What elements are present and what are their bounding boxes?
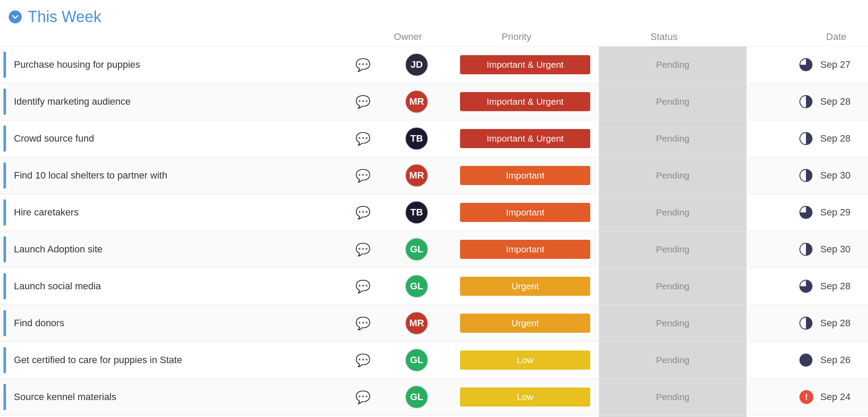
priority-badge[interactable]: Important — [460, 166, 590, 185]
priority-cell: Important & Urgent — [451, 92, 599, 111]
status-text: Pending — [656, 60, 689, 70]
comment-icon[interactable]: 💬 — [355, 279, 371, 294]
avatar: MR — [405, 164, 428, 187]
date-text: Sep 28 — [820, 318, 855, 329]
alert-icon: ! — [799, 390, 813, 404]
task-name: Hire caretakers — [14, 207, 348, 218]
task-name-cell: Crowd source fund 💬 — [0, 120, 382, 157]
avatar: GL — [405, 385, 428, 409]
comment-icon[interactable]: 💬 — [355, 205, 371, 220]
priority-badge[interactable]: Low — [460, 387, 590, 407]
priority-badge[interactable]: Important & Urgent — [460, 92, 590, 111]
date-text: Sep 24 — [820, 391, 855, 403]
task-left-accent — [3, 236, 6, 262]
status-cell: Pending — [599, 83, 746, 120]
status-cell: Pending — [599, 379, 746, 415]
owner-cell: GL — [382, 348, 451, 372]
date-text: Sep 29 — [820, 207, 855, 218]
status-cell: Pending — [599, 120, 746, 157]
col-header-status: Status — [590, 31, 738, 43]
collapse-button[interactable] — [9, 10, 22, 23]
comment-icon[interactable]: 💬 — [355, 169, 371, 183]
status-cell: Pending — [599, 342, 746, 378]
priority-badge[interactable]: Important & Urgent — [460, 55, 590, 74]
avatar: MR — [405, 90, 428, 113]
comment-icon[interactable]: 💬 — [355, 242, 371, 257]
priority-cell: Urgent — [451, 314, 599, 333]
avatar: GL — [405, 238, 428, 261]
priority-badge[interactable]: Important & Urgent — [460, 129, 590, 148]
task-name-cell: Get certified to care for puppies in Sta… — [0, 342, 382, 378]
task-list: Purchase housing for puppies 💬 JD Import… — [0, 46, 868, 417]
comment-icon[interactable]: 💬 — [355, 95, 371, 109]
avatar: JD — [405, 53, 428, 76]
priority-cell: Important — [451, 203, 599, 222]
date-text: Sep 27 — [820, 59, 855, 70]
status-cell: Pending — [599, 268, 746, 304]
section-header: This Week — [0, 0, 868, 31]
priority-cell: Important & Urgent — [451, 129, 599, 148]
task-name-cell: Launch social media 💬 — [0, 268, 382, 304]
col-header-task — [9, 31, 373, 43]
progress-icon — [799, 279, 813, 294]
priority-badge[interactable]: Low — [460, 351, 590, 370]
table-row: Launch social media 💬 GL Urgent Pending … — [0, 268, 868, 305]
priority-badge[interactable]: Important — [460, 240, 590, 259]
task-name: Find 10 local shelters to partner with — [14, 170, 348, 181]
date-text: Sep 30 — [820, 170, 855, 181]
task-left-accent — [3, 273, 6, 299]
task-left-accent — [3, 347, 6, 373]
table-row: Crowd source fund 💬 TB Important & Urgen… — [0, 120, 868, 157]
status-cell: Pending — [599, 194, 746, 231]
date-cell: Sep 27 — [746, 57, 868, 72]
owner-cell: MR — [382, 311, 451, 335]
progress-icon — [799, 168, 813, 183]
priority-badge[interactable]: Important — [460, 203, 590, 222]
priority-cell: Urgent — [451, 277, 599, 296]
progress-icon — [799, 57, 813, 72]
comment-icon[interactable]: 💬 — [355, 58, 371, 72]
avatar: GL — [405, 348, 428, 372]
date-cell: Sep 30 — [746, 242, 868, 257]
owner-cell: GL — [382, 385, 451, 409]
comment-icon[interactable]: 💬 — [355, 390, 371, 404]
status-text: Pending — [656, 133, 689, 144]
progress-icon — [799, 242, 813, 257]
date-cell: Sep 30 — [746, 168, 868, 183]
table-row: Hire caretakers 💬 TB Important Pending S… — [0, 194, 868, 231]
owner-cell: GL — [382, 238, 451, 261]
table-row: Identify marketing audience 💬 MR Importa… — [0, 83, 868, 120]
progress-icon — [799, 353, 813, 367]
task-name-cell: Hire caretakers 💬 — [0, 194, 382, 231]
task-left-accent — [3, 162, 6, 189]
task-left-accent — [3, 52, 6, 78]
task-name-cell: Source kennel materials 💬 — [0, 379, 382, 415]
avatar: TB — [405, 201, 428, 224]
status-text: Pending — [656, 355, 689, 365]
column-headers: Owner Priority Status Date — [0, 31, 868, 46]
comment-icon[interactable]: 💬 — [355, 353, 371, 367]
date-cell: Sep 28 — [746, 131, 868, 146]
task-name: Find donors — [14, 318, 348, 329]
section-title: This Week — [28, 8, 101, 26]
status-text: Pending — [656, 96, 689, 107]
col-header-date: Date — [738, 31, 859, 43]
priority-badge[interactable]: Urgent — [460, 314, 590, 333]
progress-icon — [799, 94, 813, 109]
comment-icon[interactable]: 💬 — [355, 132, 371, 146]
comment-icon[interactable]: 💬 — [355, 316, 371, 331]
status-text: Pending — [656, 281, 689, 291]
date-cell: Sep 28 — [746, 94, 868, 109]
owner-cell: MR — [382, 164, 451, 187]
task-name: Launch Adoption site — [14, 244, 348, 255]
avatar: GL — [405, 275, 428, 298]
priority-badge[interactable]: Urgent — [460, 277, 590, 296]
priority-cell: Important & Urgent — [451, 55, 599, 74]
priority-cell: Important — [451, 166, 599, 185]
task-name: Identify marketing audience — [14, 96, 348, 107]
date-cell: Sep 28 — [746, 316, 868, 331]
task-left-accent — [3, 384, 6, 410]
col-header-priority: Priority — [443, 31, 590, 43]
task-left-accent — [3, 126, 6, 152]
task-name: Crowd source fund — [14, 133, 348, 144]
